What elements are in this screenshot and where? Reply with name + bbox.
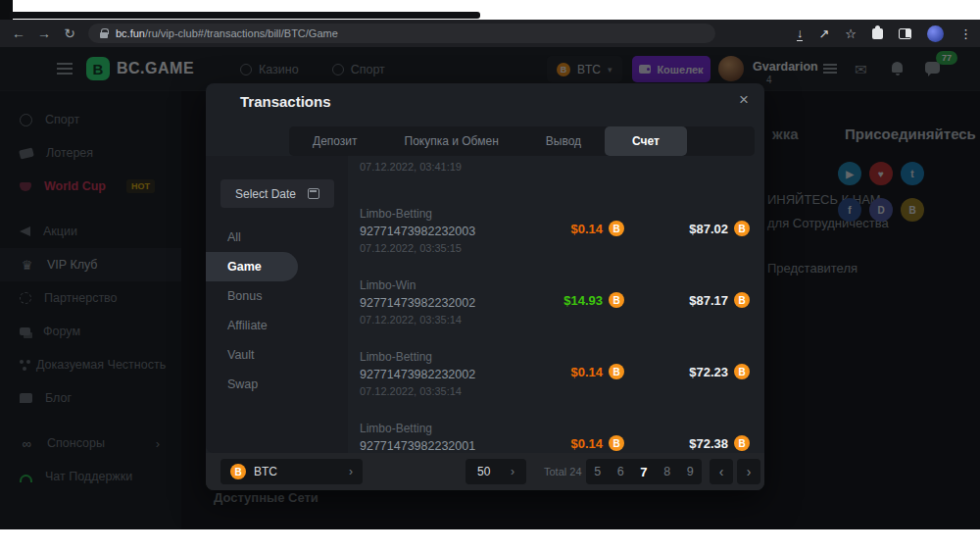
- page-number-5[interactable]: 5: [594, 465, 601, 478]
- footer-currency-label: BTC: [254, 465, 277, 478]
- btc-coin-icon: B: [734, 435, 750, 451]
- transaction-balance: $87.02B: [689, 221, 750, 236]
- pagination-arrows: ‹ ›: [710, 459, 760, 484]
- previous-page-button[interactable]: ‹: [710, 459, 733, 484]
- transaction-amount: $0.14B: [570, 221, 624, 236]
- browser-tab-strip: [10, 12, 480, 19]
- amount-value: $0.14: [570, 365, 603, 379]
- transaction-date: 07.12.2022, 03:35:14: [360, 385, 753, 398]
- browser-toolbar: ← → ↻ bc.fun/ru/vip-club#/transactions/b…: [0, 20, 980, 47]
- tab-deposit[interactable]: Депозит: [289, 126, 381, 156]
- transaction-date-partial: 07.12.2022, 03:41:19: [360, 161, 462, 173]
- transaction-type: Limbo-Betting: [360, 422, 753, 435]
- chevron-right-icon: ›: [349, 465, 353, 478]
- amount-value: $0.14: [570, 222, 603, 236]
- balance-value: $87.17: [689, 293, 728, 308]
- lock-icon: [100, 32, 108, 38]
- btc-coin-icon: B: [609, 364, 624, 379]
- total-count-label: Total 24: [544, 453, 582, 490]
- page-size-label: 50: [477, 465, 490, 478]
- balance-value: $72.23: [689, 365, 728, 379]
- transaction-date: 07.12.2022, 03:35:14: [360, 314, 753, 326]
- btc-coin-icon: B: [734, 364, 750, 379]
- tab-bill[interactable]: Счет: [605, 126, 687, 156]
- browser-menu-icon[interactable]: ⋮: [959, 27, 972, 40]
- calendar-icon: [308, 188, 319, 199]
- transaction-list: 07.12.2022, 03:41:19 Limbo-Betting927714…: [348, 156, 764, 453]
- filter-item-bonus[interactable]: Bonus: [206, 281, 348, 311]
- tab-buy-swap[interactable]: Покупка и Обмен: [381, 126, 522, 156]
- chevron-right-icon: ›: [511, 465, 514, 478]
- transaction-date: 07.12.2022, 03:35:15: [360, 242, 753, 255]
- filter-item-affiliate[interactable]: Affiliate: [206, 311, 348, 340]
- transactions-modal: Transactions × ДепозитПокупка и ОбменВыв…: [206, 83, 764, 490]
- page-number-6[interactable]: 6: [617, 465, 624, 478]
- url-domain: bc.fun: [116, 27, 145, 39]
- btc-coin-icon: B: [734, 221, 750, 236]
- back-icon[interactable]: ←: [6, 25, 31, 41]
- transaction-row: Limbo-Betting92771473982232001$0.14B$72.…: [360, 422, 753, 453]
- transaction-balance: $87.17B: [689, 292, 750, 308]
- browser-profile-avatar[interactable]: [927, 25, 944, 42]
- share-icon[interactable]: ↗: [818, 27, 829, 40]
- btc-coin-icon: B: [734, 292, 750, 308]
- transaction-amount: $0.14B: [570, 364, 624, 379]
- filter-item-swap[interactable]: Swap: [206, 370, 348, 399]
- modal-title: Transactions: [240, 93, 331, 110]
- btc-coin-icon: B: [230, 464, 246, 479]
- screenshot-root: ← → ↻ bc.fun/ru/vip-club#/transactions/b…: [0, 0, 980, 552]
- filter-list: AllGameBonusAffiliateVaultSwap: [206, 223, 348, 399]
- transaction-balance: $72.23B: [689, 364, 750, 379]
- transaction-type: Limbo-Win: [360, 278, 753, 292]
- transaction-amount: $14.93B: [564, 292, 624, 308]
- select-date-label: Select Date: [235, 187, 296, 201]
- transaction-type: Limbo-Betting: [360, 350, 753, 364]
- modal-tabs: ДепозитПокупка и ОбменВыводСчет: [289, 126, 755, 156]
- transaction-row: Limbo-Betting9277147398223200307.12.2022…: [360, 207, 753, 266]
- filter-column: Select Date AllGameBonusAffiliateVaultSw…: [206, 156, 348, 453]
- btc-coin-icon: B: [609, 221, 624, 236]
- page-number-9[interactable]: 9: [687, 465, 694, 478]
- balance-value: $72.38: [689, 436, 728, 451]
- pagination-pages: 56789: [586, 459, 702, 484]
- balance-value: $87.02: [689, 222, 728, 236]
- forward-icon[interactable]: →: [31, 25, 57, 41]
- reload-icon[interactable]: ↻: [57, 25, 82, 41]
- url-path: /ru/vip-club#/transactions/bill/BTC/Game: [145, 27, 338, 39]
- btc-coin-icon: B: [609, 435, 624, 451]
- filter-item-vault[interactable]: Vault: [206, 340, 348, 370]
- filter-item-all[interactable]: All: [206, 223, 348, 252]
- address-bar[interactable]: bc.fun/ru/vip-club#/transactions/bill/BT…: [88, 24, 715, 43]
- footer-currency-select[interactable]: B BTC ›: [220, 459, 363, 484]
- transaction-row: Limbo-Betting9277147398223200207.12.2022…: [360, 350, 753, 409]
- select-date-button[interactable]: Select Date: [220, 179, 334, 208]
- page-size-select[interactable]: 50 ›: [466, 459, 526, 484]
- transaction-balance: $72.38B: [689, 435, 750, 451]
- transaction-amount: $0.14B: [570, 435, 624, 451]
- transaction-type: Limbo-Betting: [360, 207, 753, 221]
- site-page: B BC.GAME КазиноСпорт B BTC ▾ Кошелек Gv…: [0, 47, 980, 529]
- modal-footer: B BTC › 50 › Total 24 56789 ‹ ›: [206, 453, 764, 490]
- transaction-row: Limbo-Win9277147398223200207.12.2022, 03…: [360, 278, 753, 337]
- download-icon[interactable]: ↓: [797, 26, 804, 41]
- filter-item-game[interactable]: Game: [206, 252, 298, 281]
- close-icon[interactable]: ×: [739, 90, 749, 110]
- page-number-7[interactable]: 7: [640, 465, 647, 479]
- amount-value: $14.93: [564, 293, 603, 308]
- browser-actions: ↓ ↗ ☆ ⋮: [797, 20, 972, 47]
- amount-value: $0.14: [570, 436, 603, 451]
- bookmark-star-icon[interactable]: ☆: [845, 27, 857, 40]
- page-number-8[interactable]: 8: [663, 465, 670, 478]
- side-panel-icon[interactable]: [899, 28, 911, 39]
- extensions-icon[interactable]: [872, 28, 883, 39]
- next-page-button[interactable]: ›: [737, 459, 760, 484]
- btc-coin-icon: B: [609, 292, 624, 308]
- tab-withdraw[interactable]: Вывод: [522, 126, 605, 156]
